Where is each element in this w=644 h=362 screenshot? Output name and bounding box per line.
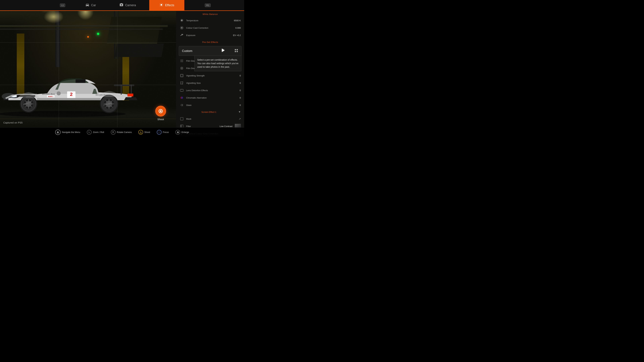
temperature-icon	[180, 18, 184, 23]
action-shoot: △ Shoot	[138, 130, 150, 135]
svg-text:AMG: AMG	[23, 97, 26, 98]
accent-line	[0, 10, 244, 11]
svg-rect-60	[76, 80, 85, 82]
colour-cast-value: 0.000	[235, 27, 241, 29]
lens-distortion-row[interactable]: Lens Distortion Effects 0	[176, 87, 244, 94]
svg-text:Mercedes-Benz: Mercedes-Benz	[42, 93, 55, 95]
svg-point-70	[182, 69, 183, 69]
svg-point-66	[182, 68, 182, 69]
zoom-button-icon: L	[87, 130, 92, 135]
svg-point-14	[57, 91, 61, 95]
exposure-icon	[180, 33, 184, 37]
car-icon	[85, 3, 90, 8]
vignetting-size-label: Vignetting Size	[186, 82, 240, 84]
svg-rect-76	[181, 75, 183, 77]
action-navigate: Navigate the Menu	[55, 130, 80, 135]
screen-effect-label: Screen Effect 1	[180, 111, 238, 113]
cursor-arrow	[222, 49, 224, 52]
film-grain-icon	[180, 58, 184, 63]
preset-selector[interactable]: Custom Select a pre-set combination of e…	[179, 46, 242, 56]
enlarge-button-icon: ▦	[176, 130, 180, 135]
r1-trigger[interactable]: R1	[205, 3, 211, 7]
lens-distortion-icon	[180, 88, 184, 93]
effects-icon	[159, 3, 163, 8]
colour-cast-label: Colour Cast Correction	[186, 27, 235, 29]
vignetting-strength-row[interactable]: Vignetting Strength 0	[176, 72, 244, 79]
action-rotate: R Rotate Camera	[111, 130, 132, 135]
captured-label: Captured on PS5	[3, 121, 23, 124]
svg-line-8	[162, 3, 163, 4]
glare-value: 0	[240, 104, 241, 106]
svg-point-68	[182, 67, 183, 67]
chromatic-aberration-icon	[180, 95, 184, 100]
svg-rect-25	[128, 94, 133, 96]
right-panel: White Balance Temperature 6500 K Colour …	[176, 11, 244, 137]
glare-row[interactable]: Glare 0	[176, 101, 244, 109]
shoot-label: Shoot	[157, 118, 164, 121]
temperature-value: 6500 K	[234, 19, 241, 22]
lens-distortion-label: Lens Distortion Effects	[186, 89, 240, 92]
screen-effect-arrow: ▼	[238, 110, 241, 113]
tooltip: Select a pre-set combination of effects.…	[194, 56, 241, 71]
screen-effect-header[interactable]: Screen Effect 1 ▼	[176, 109, 244, 115]
svg-text:Mobil 1: Mobil 1	[48, 96, 53, 97]
glare-icon	[180, 103, 184, 107]
svg-point-62	[160, 110, 162, 112]
preset-effects-header: Pre-Set Effects	[176, 39, 244, 45]
svg-rect-82	[180, 125, 182, 127]
vignetting-size-row[interactable]: Vignetting Size 0	[176, 79, 244, 87]
svg-point-64	[181, 27, 182, 28]
vignetting-strength-value: 0	[240, 74, 241, 77]
mask-value-icon: ↗	[239, 117, 241, 120]
shoot-button[interactable]: Shoot	[155, 106, 166, 121]
mask-icon	[180, 116, 184, 121]
navigate-icon	[55, 130, 60, 135]
colour-cast-icon	[180, 25, 184, 30]
grid-icon	[234, 49, 238, 53]
svg-rect-58	[37, 98, 100, 100]
bottom-bar: Navigate the Menu L Zoom / Roll R Rotate…	[0, 127, 244, 137]
zoom-label: Zoom / Roll	[93, 131, 104, 133]
svg-point-73	[180, 68, 181, 68]
shoot-button-icon: △	[138, 130, 143, 135]
shoot-action-label: Shoot	[144, 131, 150, 133]
chromatic-aberration-label: Chromatic Aberration	[186, 96, 240, 99]
vignetting-size-icon	[180, 81, 184, 85]
navigate-label: Navigate the Menu	[62, 131, 80, 133]
temperature-label: Temperature	[186, 19, 234, 22]
svg-point-71	[182, 67, 182, 67]
exposure-value: EV +0.2	[233, 34, 241, 36]
temperature-row[interactable]: Temperature 6500 K	[176, 17, 244, 24]
mask-row[interactable]: Mask ↗	[176, 115, 244, 122]
focus-label: Focus	[163, 131, 169, 133]
action-enlarge: ▦ Enlarge	[176, 130, 189, 135]
tab-effects-label: Effects	[165, 3, 174, 7]
svg-point-0	[160, 4, 162, 6]
rotate-label: Rotate Camera	[117, 131, 132, 133]
l1-trigger[interactable]: L1	[60, 3, 65, 7]
tab-camera-label: Camera	[125, 3, 136, 7]
rotate-button-icon: R	[111, 130, 116, 135]
svg-point-67	[180, 67, 181, 67]
white-balance-header: White Balance	[176, 11, 244, 17]
glare-label: Glare	[186, 104, 240, 106]
tab-car[interactable]: Car	[75, 0, 106, 10]
enlarge-label: Enlarge	[182, 131, 189, 133]
camera-icon	[120, 3, 124, 8]
svg-line-4	[162, 6, 163, 6]
filter-label: Filter	[186, 125, 220, 128]
colour-cast-row[interactable]: Colour Cast Correction 0.000	[176, 24, 244, 31]
svg-point-72	[182, 69, 182, 69]
shoot-icon	[155, 106, 166, 116]
vignetting-size-value: 0	[240, 82, 241, 84]
lens-distortion-value: 0	[240, 89, 241, 92]
tab-camera[interactable]: Camera	[109, 0, 146, 10]
svg-rect-80	[180, 117, 183, 120]
filter-value: Low Contrast	[220, 125, 232, 128]
preset-label: Custom	[182, 49, 234, 53]
svg-rect-22	[121, 85, 122, 95]
chromatic-aberration-row[interactable]: Chromatic Aberration 0	[176, 94, 244, 101]
tab-effects[interactable]: Effects	[149, 0, 184, 10]
exposure-row[interactable]: Exposure EV +0.2	[176, 31, 244, 39]
svg-point-69	[180, 69, 181, 69]
